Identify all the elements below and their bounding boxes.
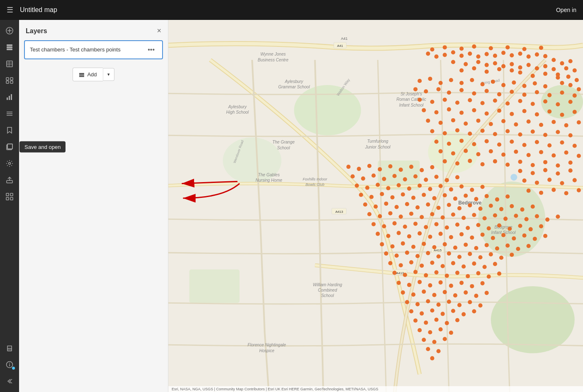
svg-rect-14 xyxy=(7,97,8,100)
svg-rect-6 xyxy=(7,61,12,67)
svg-rect-28 xyxy=(6,197,9,200)
svg-text:Florence Nightingale: Florence Nightingale xyxy=(248,343,286,347)
sidebar-item-share[interactable] xyxy=(2,189,17,204)
svg-rect-5 xyxy=(7,49,12,50)
svg-rect-36 xyxy=(79,73,84,74)
sidebar-item-table[interactable] xyxy=(2,56,17,71)
layer-item: Test chambers - Test chambers points ••• xyxy=(24,40,163,59)
svg-text:A413: A413 xyxy=(396,271,404,275)
svg-point-35 xyxy=(9,363,10,364)
svg-text:A415: A415 xyxy=(434,248,442,252)
svg-text:Turnfurlong: Turnfurlong xyxy=(367,139,389,144)
svg-rect-13 xyxy=(10,81,13,83)
svg-text:School: School xyxy=(321,293,334,298)
sidebar-item-layers[interactable] xyxy=(2,40,17,55)
sidebar-item-settings[interactable] xyxy=(2,156,17,171)
sidebar-item-add[interactable] xyxy=(2,23,17,38)
sidebar-item-print[interactable] xyxy=(2,341,17,355)
svg-text:Grammar School: Grammar School xyxy=(278,85,310,89)
svg-rect-3 xyxy=(7,44,12,46)
page-title: Untitled map xyxy=(20,6,556,14)
layers-panel-header: Layers × xyxy=(19,20,168,40)
svg-rect-15 xyxy=(9,96,10,100)
add-layer-label: Add xyxy=(87,71,97,78)
svg-text:Aylesbury: Aylesbury xyxy=(228,105,247,109)
svg-text:Nursing Home: Nursing Home xyxy=(255,178,282,183)
sidebar-item-info[interactable] xyxy=(2,357,17,372)
layers-panel-title: Layers xyxy=(26,27,47,35)
svg-text:Bowls Club: Bowls Club xyxy=(306,183,324,187)
svg-text:A41: A41 xyxy=(341,37,347,41)
map-area[interactable]: A41 A413 A413 A415 A41 Wynne Jones Busin… xyxy=(168,20,583,392)
svg-rect-38 xyxy=(79,76,84,77)
sidebar-item-collapse[interactable] xyxy=(2,374,17,389)
svg-rect-27 xyxy=(10,193,13,196)
info-dot xyxy=(12,367,15,370)
svg-text:The Grange: The Grange xyxy=(272,140,295,145)
layer-item-label: Test chambers - Test chambers points xyxy=(30,46,121,54)
app-header: ☰ Untitled map Open in xyxy=(0,0,583,20)
svg-text:St Joseph's: St Joseph's xyxy=(401,92,422,96)
layers-panel: Layers × Test chambers - Test chambers p… xyxy=(19,20,168,392)
svg-text:Infant School: Infant School xyxy=(491,230,516,235)
svg-point-47 xyxy=(541,85,583,119)
svg-text:Combined: Combined xyxy=(318,288,337,292)
left-sidebar: Save and open xyxy=(0,20,19,392)
svg-point-85 xyxy=(510,174,517,180)
svg-rect-29 xyxy=(10,197,13,200)
svg-text:Bedgrove: Bedgrove xyxy=(458,200,481,206)
menu-icon[interactable]: ☰ xyxy=(7,5,13,15)
svg-point-40 xyxy=(294,85,361,135)
svg-text:A41: A41 xyxy=(337,44,343,48)
sidebar-item-list[interactable] xyxy=(2,106,17,121)
main-content: Save and open xyxy=(0,20,583,392)
svg-text:Infant School: Infant School xyxy=(399,103,424,107)
svg-point-23 xyxy=(9,163,11,165)
svg-rect-16 xyxy=(11,94,12,100)
save-and-open-tooltip: Save and open xyxy=(19,141,66,153)
svg-rect-26 xyxy=(6,193,9,196)
svg-point-45 xyxy=(491,286,575,353)
map-background: A41 A413 A413 A415 A41 Wynne Jones Busin… xyxy=(168,20,583,392)
add-layer-button[interactable]: Add xyxy=(73,68,102,81)
svg-text:Foxhills Indoor: Foxhills Indoor xyxy=(303,177,328,181)
sidebar-item-chart[interactable] xyxy=(2,90,17,105)
layers-close-button[interactable]: × xyxy=(157,27,161,35)
svg-text:Aylesbury: Aylesbury xyxy=(284,79,304,84)
layers-add-icon xyxy=(79,72,85,78)
add-layer-controls: Add ▾ xyxy=(19,63,168,86)
svg-rect-10 xyxy=(6,78,9,80)
sidebar-item-bookmark[interactable] xyxy=(2,123,17,138)
svg-text:Roman Catholic: Roman Catholic xyxy=(396,97,426,102)
sidebar-item-map-pages[interactable]: Save and open xyxy=(2,139,17,154)
map-attribution: Esri, NASA, NGA, USGS | Community Map Co… xyxy=(168,386,583,392)
svg-text:Bedgrove: Bedgrove xyxy=(494,225,513,229)
svg-rect-21 xyxy=(7,144,12,149)
svg-text:Hospice: Hospice xyxy=(259,348,274,353)
svg-text:William Harding: William Harding xyxy=(313,282,343,287)
svg-rect-12 xyxy=(6,81,9,83)
svg-text:Junior School: Junior School xyxy=(364,145,391,149)
svg-rect-11 xyxy=(10,78,13,80)
svg-text:Business Centre: Business Centre xyxy=(257,58,288,62)
layer-more-options-button[interactable]: ••• xyxy=(145,45,157,54)
open-in-button[interactable]: Open in xyxy=(556,7,576,13)
svg-text:Wynne Jones: Wynne Jones xyxy=(260,52,286,56)
svg-text:High School: High School xyxy=(226,110,249,114)
svg-rect-37 xyxy=(79,74,84,75)
svg-rect-4 xyxy=(7,46,12,48)
svg-text:The Gables: The Gables xyxy=(258,173,279,177)
svg-text:School: School xyxy=(277,146,290,150)
add-layer-dropdown-button[interactable]: ▾ xyxy=(103,68,114,81)
svg-text:A413: A413 xyxy=(335,210,343,214)
sidebar-item-export[interactable] xyxy=(2,173,17,187)
svg-rect-46 xyxy=(189,270,240,303)
sidebar-item-filter[interactable] xyxy=(2,73,17,88)
